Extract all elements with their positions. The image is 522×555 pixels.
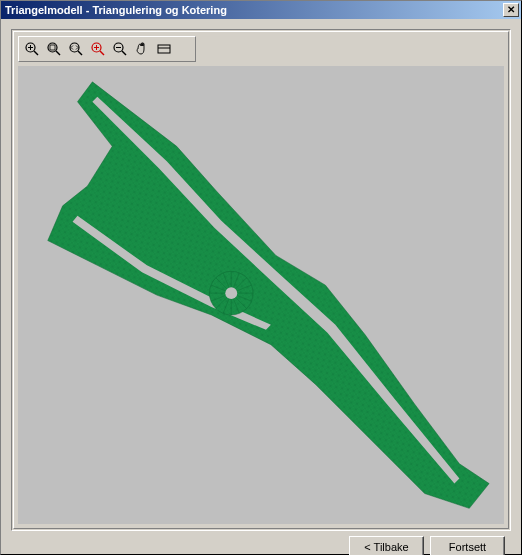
back-button[interactable]: < Tilbake: [349, 536, 424, 555]
titlebar: Triangelmodell - Triangulering og Koteri…: [1, 1, 521, 19]
svg-line-1: [34, 51, 38, 55]
content-area: < Tilbake Fortsett: [1, 19, 521, 555]
svg-line-5: [56, 51, 60, 55]
close-button[interactable]: ✕: [503, 3, 519, 17]
panel-inner: [13, 31, 509, 529]
svg-rect-6: [50, 45, 55, 50]
svg-line-10: [100, 51, 104, 55]
main-panel: [11, 29, 511, 531]
svg-point-36: [225, 287, 237, 299]
dialog-footer: < Tilbake Fortsett: [11, 531, 511, 555]
zoom-in-icon[interactable]: [22, 39, 42, 59]
svg-line-8: [78, 51, 82, 55]
zoom-in-red-icon[interactable]: [88, 39, 108, 59]
svg-rect-16: [158, 45, 170, 53]
triangulation-canvas[interactable]: [18, 66, 504, 524]
zoom-window-icon[interactable]: [44, 39, 64, 59]
continue-button[interactable]: Fortsett: [430, 536, 505, 555]
pan-icon[interactable]: [132, 39, 152, 59]
view-toolbar: [18, 36, 196, 62]
zoom-out-icon[interactable]: [110, 39, 130, 59]
svg-line-14: [122, 51, 126, 55]
dialog-window: Triangelmodell - Triangulering og Koteri…: [0, 0, 522, 555]
window-title: Triangelmodell - Triangulering og Koteri…: [5, 4, 503, 16]
options-icon[interactable]: [154, 39, 174, 59]
zoom-extents-icon[interactable]: [66, 39, 86, 59]
model-view: [18, 66, 504, 524]
svg-point-4: [48, 43, 57, 52]
